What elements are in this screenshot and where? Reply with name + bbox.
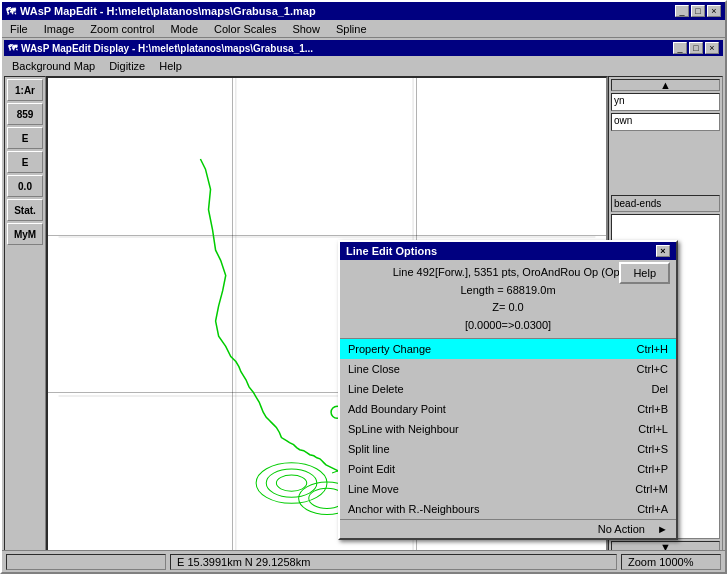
help-button[interactable]: Help [619,262,670,284]
main-title-icon: 🗺 [6,6,16,17]
dialog-footer: No Action ► [340,519,676,538]
scrollbar-up-btn[interactable]: ▲ [611,79,720,91]
dialog-menu-item-shortcut: Ctrl+S [637,443,668,455]
status-zoom-field: Zoom 1000% [621,554,721,570]
dialog-menu-item-label: Split line [348,443,390,455]
dialog-menu-item-shortcut: Ctrl+C [637,363,668,375]
status-coord-field: E 15.3991km N 29.1258km [170,554,617,570]
dialog-footer-arrow[interactable]: ► [657,523,668,535]
left-btn-4[interactable]: E [7,151,43,173]
right-field-1: yn [611,93,720,111]
maximize-button[interactable]: □ [691,5,705,17]
right-section-dead-ends: bead-ends [611,195,720,212]
minimize-button[interactable]: _ [675,5,689,17]
left-btn-5[interactable]: 0.0 [7,175,43,197]
left-btn-2[interactable]: 859 [7,103,43,125]
dialog-menu-item-label: Line Move [348,483,399,495]
line-edit-dialog: Line Edit Options × Line 492[Forw.], 535… [338,240,678,540]
main-menu-bar: File Image Zoom control Mode Color Scale… [2,20,725,38]
svg-point-5 [266,469,317,497]
menu-color-scales[interactable]: Color Scales [210,22,280,36]
svg-point-6 [276,475,306,491]
left-btn-7[interactable]: MyM [7,223,43,245]
dialog-menu-item-line-move[interactable]: Line Move Ctrl+M [340,479,676,499]
menu-background-map[interactable]: Background Map [8,59,99,73]
dialog-menu-item-shortcut: Ctrl+M [635,483,668,495]
dialog-title-text: Line Edit Options [346,245,437,257]
dialog-menu-item-label: Property Change [348,343,431,355]
menu-help[interactable]: Help [155,59,186,73]
dialog-menu: Property Change Ctrl+H Line Close Ctrl+C… [340,338,676,519]
dialog-menu-item-shortcut: Del [651,383,668,395]
dialog-menu-item-shortcut: Ctrl+B [637,403,668,415]
dialog-footer-text: No Action [598,523,645,535]
dialog-menu-item-shortcut: Ctrl+H [637,343,668,355]
menu-show[interactable]: Show [288,22,324,36]
dialog-menu-item-label: Line Close [348,363,400,375]
main-title-text: 🗺 WAsP MapEdit - H:\melet\platanos\maps\… [6,5,316,17]
menu-zoom-control[interactable]: Zoom control [86,22,158,36]
dialog-info-line3: Z= 0.0 [348,299,668,317]
dialog-menu-item-spline-neighbour[interactable]: SpLine with Neighbour Ctrl+L [340,419,676,439]
left-btn-3[interactable]: E [7,127,43,149]
left-panel: 1:Ar 859 E E 0.0 Stat. MyM [4,76,46,556]
dialog-menu-item-property-change[interactable]: Property Change Ctrl+H [340,339,676,359]
main-window-controls: _ □ × [675,5,721,17]
status-bar: E 15.3991km N 29.1258km Zoom 1000% [2,550,725,572]
dialog-menu-item-anchor[interactable]: Anchor with R.-Neighbours Ctrl+A [340,499,676,519]
dialog-info-line2: Length = 68819.0m [348,282,668,300]
inner-maximize-button[interactable]: □ [689,42,703,54]
menu-image[interactable]: Image [40,22,79,36]
dialog-menu-item-label: Line Delete [348,383,404,395]
dialog-menu-item-split-line[interactable]: Split line Ctrl+S [340,439,676,459]
inner-title-bar: 🗺 WAsP MapEdit Display - H:\melet\platan… [4,40,723,56]
dialog-menu-item-label: Anchor with R.-Neighbours [348,503,479,515]
secondary-menu-bar: Background Map Digitize Help [4,58,723,74]
inner-window-controls: _ □ × [673,42,719,54]
close-button[interactable]: × [707,5,721,17]
inner-title-text: 🗺 WAsP MapEdit Display - H:\melet\platan… [8,43,313,54]
inner-close-button[interactable]: × [705,42,719,54]
dialog-menu-item-line-delete[interactable]: Line Delete Del [340,379,676,399]
inner-title-icon: 🗺 [8,43,17,53]
menu-spline[interactable]: Spline [332,22,371,36]
dialog-menu-item-shortcut: Ctrl+P [637,463,668,475]
left-btn-1[interactable]: 1:Ar [7,79,43,101]
inner-minimize-button[interactable]: _ [673,42,687,54]
main-title-bar: 🗺 WAsP MapEdit - H:\melet\platanos\maps\… [2,2,725,20]
dialog-info-area: Line 492[Forw.], 5351 pts, OroAndRou Op … [340,260,676,338]
menu-digitize[interactable]: Digitize [105,59,149,73]
dialog-menu-item-label: Add Boundary Point [348,403,446,415]
right-spacer [611,133,720,193]
dialog-menu-item-shortcut: Ctrl+L [638,423,668,435]
dialog-menu-item-line-close[interactable]: Line Close Ctrl+C [340,359,676,379]
dialog-menu-item-label: SpLine with Neighbour [348,423,459,435]
menu-file[interactable]: File [6,22,32,36]
dialog-menu-item-point-edit[interactable]: Point Edit Ctrl+P [340,459,676,479]
dialog-menu-item-add-boundary[interactable]: Add Boundary Point Ctrl+B [340,399,676,419]
status-left-field [6,554,166,570]
dialog-title-bar: Line Edit Options × [340,242,676,260]
dialog-menu-item-shortcut: Ctrl+A [637,503,668,515]
dialog-menu-item-label: Point Edit [348,463,395,475]
menu-mode[interactable]: Mode [167,22,203,36]
left-btn-6[interactable]: Stat. [7,199,43,221]
dialog-close-button[interactable]: × [656,245,670,257]
dialog-info-line4: [0.0000=>0.0300] [348,317,668,335]
right-field-2: own [611,113,720,131]
